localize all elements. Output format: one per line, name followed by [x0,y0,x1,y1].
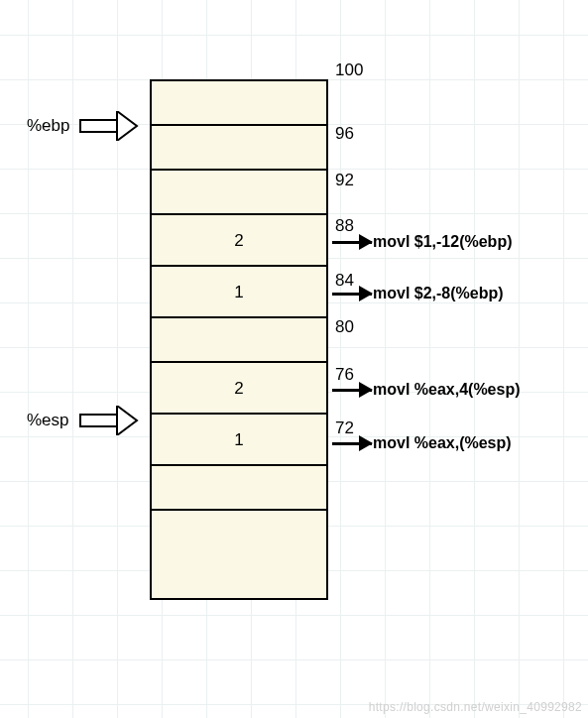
arrow-right-icon [332,442,372,445]
stack-cell: 2 [152,215,326,267]
stack-frame: 2 1 2 1 [150,79,328,600]
stack-cell [152,171,326,215]
instruction-label: movl %eax,(%esp) [373,434,512,452]
cell-value: 2 [234,215,243,267]
arrow-right-icon [332,293,372,296]
diagram-stage: 2 1 2 1 100 96 92 88 84 80 76 72 %ebp %e… [0,0,588,718]
watermark-text: https://blog.csdn.net/weixin_40992982 [369,700,582,714]
stack-cell [152,511,326,600]
address-label: 80 [335,317,354,337]
stack-cell: 1 [152,415,326,466]
svg-marker-0 [117,111,137,141]
stack-cell [152,318,326,363]
arrow-right-icon [332,389,372,392]
instruction-label: movl $2,-8(%ebp) [373,285,504,302]
cell-value: 1 [234,267,243,318]
stack-cell [152,126,326,171]
cell-value: 2 [234,363,243,415]
svg-marker-1 [117,406,137,435]
address-label: 88 [335,216,354,236]
address-label: 72 [335,419,354,438]
instruction-label: movl $1,-12(%ebp) [373,233,512,251]
address-label: 84 [335,271,354,291]
stack-cell: 2 [152,363,326,415]
register-label-ebp: %ebp [27,116,69,136]
address-label: 100 [335,60,363,80]
cell-value: 1 [234,415,243,466]
stack-cell [152,81,326,126]
arrow-right-icon [332,241,372,244]
address-label: 96 [335,124,354,144]
address-label: 92 [335,171,354,190]
pointer-arrow-icon [79,112,139,140]
pointer-arrow-icon [79,407,139,434]
address-label: 76 [335,365,354,385]
stack-cell [152,466,326,511]
stack-cell: 1 [152,267,326,318]
instruction-label: movl %eax,4(%esp) [373,381,521,399]
register-label-esp: %esp [27,411,69,430]
